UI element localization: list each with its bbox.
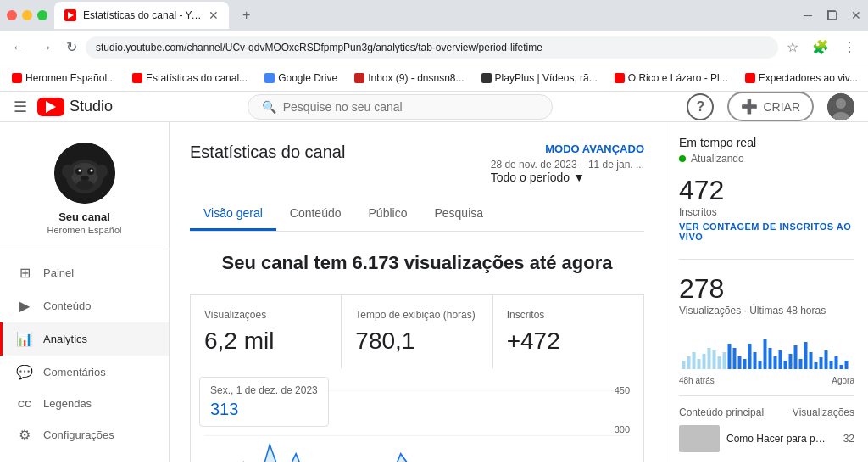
channel-info: Seu canal Heromen Español — [0, 129, 169, 249]
bookmarks-bar: Heromen Español... Estatísticas do canal… — [0, 64, 868, 92]
help-button[interactable]: ? — [687, 93, 714, 120]
live-count-link[interactable]: VER CONTAGEM DE INSCRITOS AO VIVO — [679, 221, 854, 242]
configuracoes-icon: ⚙ — [16, 427, 33, 443]
bookmark-favicon — [354, 73, 364, 83]
chart-tooltip: Sex., 1 de dez. de 2023 313 — [199, 377, 329, 427]
bookmark-heromen[interactable]: Heromen Español... — [7, 70, 120, 86]
mini-chart-labels: 48h atrás Agora — [679, 376, 854, 385]
tab-conteudo[interactable]: Conteúdo — [276, 198, 355, 231]
more-options-button[interactable]: ⋮ — [837, 36, 861, 59]
browser-tab[interactable]: Estatísticas do canal - YouTube ✕ — [54, 2, 229, 29]
svg-rect-43 — [799, 359, 803, 369]
tab-pesquisa[interactable]: Pesquisa — [420, 198, 497, 231]
bookmark-label: O Rico e Lázaro - Pl... — [628, 72, 728, 84]
date-range-text: 28 de nov. de 2023 – 11 de jan. ... — [491, 159, 644, 171]
y-label-300: 300 — [615, 424, 630, 434]
svg-point-1 — [836, 98, 846, 109]
bookmark-viewers[interactable]: Expectadores ao viv... — [740, 70, 863, 86]
legendas-label: Legendas — [43, 397, 92, 410]
svg-rect-34 — [754, 352, 757, 369]
svg-rect-52 — [845, 361, 849, 369]
maximize-button[interactable]: ⧠ — [826, 8, 837, 22]
content-item-row[interactable]: Como Hacer para publi... 32 — [679, 425, 854, 452]
svg-rect-29 — [728, 344, 732, 369]
metric-tempo[interactable]: Tempo de exibição (horas) 780,1 — [342, 295, 492, 368]
search-input[interactable] — [283, 100, 538, 114]
back-button[interactable]: ← — [7, 36, 31, 59]
metric-inscritos[interactable]: Inscritos +472 — [493, 295, 643, 368]
metric-visualizacoes-value: 6,2 mil — [204, 328, 327, 355]
metric-visualizacoes[interactable]: Visualizações 6,2 mil — [191, 295, 342, 368]
chart-tooltip-date: Sex., 1 de dez. de 2023 — [210, 384, 318, 396]
realtime-status: Atualizando — [679, 153, 854, 165]
create-label: CRIAR — [763, 100, 800, 114]
sidebar-item-feedback[interactable]: ⚑ Enviar feedback — [0, 451, 169, 462]
svg-rect-45 — [810, 352, 813, 369]
channel-handle: Heromen Español — [14, 225, 155, 235]
svg-rect-39 — [779, 350, 782, 369]
forward-button[interactable]: → — [34, 36, 58, 59]
sidebar-item-conteudo[interactable]: ▶ Conteúdo — [0, 289, 169, 322]
svg-rect-49 — [830, 361, 833, 369]
bookmark-favicon — [132, 73, 142, 83]
advanced-mode-button[interactable]: MODO AVANÇADO — [491, 143, 644, 155]
realtime-title: Em tempo real — [679, 136, 854, 149]
main-content: Estatísticas do canal MODO AVANÇADO 28 d… — [170, 122, 665, 462]
minimize-button[interactable]: ─ — [804, 8, 812, 22]
comentarios-label: Comentários — [43, 366, 106, 378]
feedback-icon: ⚑ — [16, 460, 33, 462]
sidebar-item-comentarios[interactable]: 💬 Comentários — [0, 356, 169, 389]
channel-avatar-image — [54, 143, 115, 204]
svg-point-11 — [90, 170, 92, 172]
content-thumbnail — [679, 425, 720, 452]
channel-name: Seu canal — [14, 210, 155, 223]
bookmark-star[interactable]: ☆ — [782, 36, 804, 59]
conteudo-label: Conteúdo — [43, 300, 91, 312]
svg-rect-20 — [682, 361, 686, 369]
address-bar[interactable] — [86, 36, 778, 59]
tab-close-button[interactable]: ✕ — [209, 8, 219, 22]
new-tab-button[interactable]: + — [239, 4, 253, 26]
search-box[interactable]: 🔍 — [248, 94, 553, 120]
svg-point-13 — [76, 180, 93, 190]
sidebar-item-legendas[interactable]: CC Legendas — [0, 389, 169, 418]
channel-avatar[interactable] — [54, 143, 115, 204]
bookmark-label: Inbox (9) - dnsnsn8... — [368, 72, 464, 84]
svg-rect-36 — [764, 339, 767, 369]
svg-rect-32 — [743, 359, 747, 369]
metric-inscritos-value: +472 — [507, 328, 630, 355]
content-header: Conteúdo principal — [679, 406, 764, 418]
date-period-selector[interactable]: Todo o período ▼ — [491, 171, 644, 184]
hamburger-menu[interactable]: ☰ — [14, 98, 27, 116]
user-avatar[interactable] — [827, 93, 854, 120]
bookmark-gdrive[interactable]: Google Drive — [259, 70, 342, 86]
realtime-section: Em tempo real Atualizando 472 Inscritos … — [679, 136, 854, 242]
search-icon: 🔍 — [262, 100, 276, 114]
sidebar-item-analytics[interactable]: 📊 Analytics — [0, 322, 169, 356]
divider-1 — [679, 259, 854, 260]
sidebar-item-configuracoes[interactable]: ⚙ Configurações — [0, 418, 169, 451]
svg-rect-41 — [789, 354, 793, 369]
bookmark-inbox[interactable]: Inbox (9) - dnsnsn8... — [349, 70, 469, 86]
reload-button[interactable]: ↻ — [61, 36, 82, 59]
create-button[interactable]: ➕ CRIAR — [727, 92, 814, 121]
sidebar-item-painel[interactable]: ⊞ Painel — [0, 256, 169, 289]
extensions-button[interactable]: 🧩 — [807, 36, 834, 59]
bookmark-rico[interactable]: O Rico e Lázaro - Pl... — [609, 70, 733, 86]
chart-label-left: 48h atrás — [679, 376, 715, 385]
tab-favicon — [64, 9, 76, 21]
bookmark-playplus[interactable]: PlayPlus | Vídeos, rã... — [476, 70, 603, 86]
svg-rect-40 — [784, 361, 787, 369]
content-header-row: Conteúdo principal Visualizações — [679, 406, 854, 418]
svg-point-7 — [96, 165, 108, 178]
chevron-down-icon: ▼ — [573, 171, 585, 184]
analytics-label: Analytics — [43, 333, 87, 345]
tab-publico[interactable]: Público — [355, 198, 421, 231]
bookmark-favicon — [745, 73, 755, 83]
close-button[interactable]: ✕ — [851, 8, 861, 22]
bookmark-stats[interactable]: Estatísticas do canal... — [127, 70, 253, 86]
painel-label: Painel — [43, 266, 74, 279]
tab-visao-geral[interactable]: Visão geral — [190, 198, 276, 231]
chart-label-right: Agora — [832, 376, 854, 385]
comentarios-icon: 💬 — [16, 364, 33, 380]
